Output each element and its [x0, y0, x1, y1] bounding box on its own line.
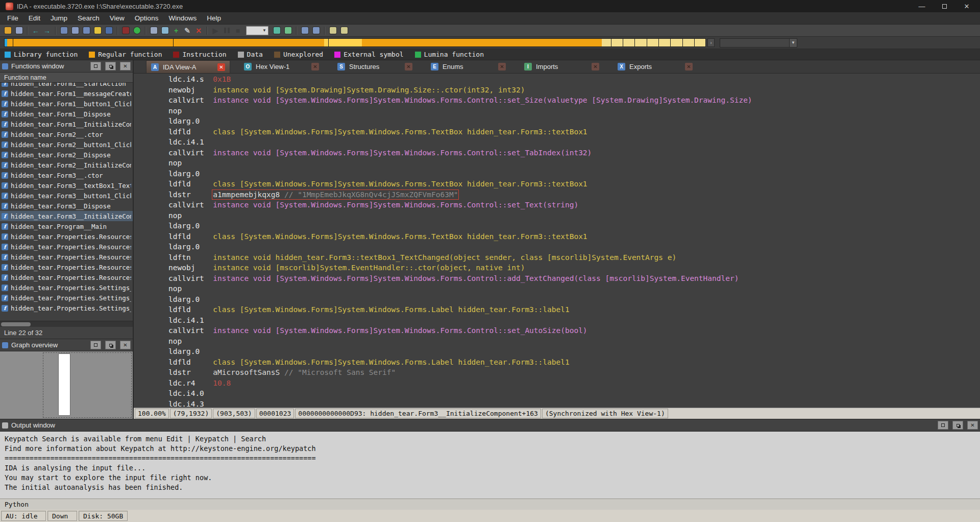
navband-scale-combo[interactable]: ▼: [720, 38, 797, 48]
restore-panel-button[interactable]: [938, 421, 948, 430]
search-icon[interactable]: [104, 26, 114, 36]
disasm-line[interactable]: ldfldclass [System.Windows.Forms]System.…: [168, 127, 980, 137]
menu-jump[interactable]: Jump: [45, 13, 72, 23]
help-icon[interactable]: [328, 26, 338, 36]
close-tab-icon[interactable]: ✕: [405, 63, 412, 70]
close-tab-icon[interactable]: ✕: [498, 63, 506, 70]
disasm-line[interactable]: ldstraMicrosoftSansS // "Microsoft Sans …: [168, 367, 980, 378]
flashlight-icon[interactable]: [92, 26, 103, 36]
disasm-line[interactable]: ldc.r410.8: [168, 378, 980, 389]
save-icon[interactable]: [14, 26, 24, 36]
function-list-item[interactable]: fhidden_tear.Form3__.ctor: [0, 170, 133, 180]
navigation-band[interactable]: [4, 38, 706, 47]
disasm-line[interactable]: ldarg.0: [168, 169, 980, 179]
menu-options[interactable]: Options: [130, 13, 164, 23]
calculator-icon[interactable]: [149, 26, 159, 36]
add-breakpoint-icon[interactable]: +: [171, 26, 181, 36]
close-tab-icon[interactable]: ✕: [592, 63, 599, 70]
step-over-icon[interactable]: [283, 26, 293, 36]
pause-process-icon[interactable]: [222, 26, 232, 36]
navband-scroll-right-button[interactable]: ›: [707, 38, 715, 47]
function-list-hscrollbar[interactable]: [0, 321, 133, 327]
function-name-column-header[interactable]: Function name: [0, 73, 133, 83]
close-tab-icon[interactable]: ✕: [311, 63, 319, 70]
float-panel-button[interactable]: [105, 62, 116, 70]
desktop-icon[interactable]: [311, 26, 321, 36]
close-panel-button[interactable]: ✕: [120, 62, 131, 70]
function-list-item[interactable]: fhidden_tear.Form1__messageCreator: [0, 88, 133, 99]
function-list-item[interactable]: fhidden_tear.Form1__startAction: [0, 83, 133, 88]
disasm-line[interactable]: callvirtinstance void [System.Windows.Fo…: [168, 95, 980, 106]
lumina-icon[interactable]: [132, 26, 142, 36]
function-list-item[interactable]: fhidden_tear.Form1__InitializeComponent: [0, 119, 133, 129]
function-list-item[interactable]: fhidden_tear.Properties.Settings__: [0, 293, 133, 303]
function-list-item[interactable]: fhidden_tear.Form2__button1_Click: [0, 139, 133, 150]
disasm-line[interactable]: ldarg.0: [168, 242, 980, 252]
function-list-item[interactable]: fhidden_tear.Form1__button1_Click: [0, 99, 133, 109]
step-into-icon[interactable]: [272, 26, 282, 36]
disasm-line[interactable]: ldstra1mmpemebjkqxg8 // "1MmpEmebJkqXG8n…: [168, 189, 980, 200]
close-button[interactable]: ✕: [955, 0, 978, 12]
python-prompt[interactable]: Python: [0, 499, 980, 510]
tab-ida-view-a[interactable]: AIDA View-A✕: [146, 60, 230, 73]
disasm-line[interactable]: nop: [168, 106, 980, 116]
function-list-item[interactable]: fhidden_tear.Form3__Dispose: [0, 201, 133, 211]
output-log[interactable]: Keypatch Search is available from menu E…: [0, 432, 980, 499]
colors-icon[interactable]: [120, 26, 131, 36]
tab-enums[interactable]: EEnums✕: [426, 60, 510, 73]
function-list-item[interactable]: fhidden_tear.Properties.Resources__: [0, 231, 133, 242]
disasm-line[interactable]: callvirtinstance void [System.Windows.Fo…: [168, 200, 980, 210]
debugger-combo[interactable]: ▼: [246, 26, 268, 35]
function-list-item[interactable]: fhidden_tear.Properties.Resources__: [0, 262, 133, 272]
function-list-item[interactable]: fhidden_tear.Form2__.ctor: [0, 129, 133, 139]
navigate-back-icon[interactable]: ←: [31, 26, 41, 36]
disasm-line[interactable]: ldc.i4.1: [168, 315, 980, 326]
disasm-line[interactable]: ldarg.0: [168, 294, 980, 305]
jump-address-icon[interactable]: [59, 26, 69, 36]
navigate-forward-icon[interactable]: →: [42, 26, 52, 36]
function-list-item[interactable]: fhidden_tear.Form1__Dispose: [0, 109, 133, 119]
hscrollbar-thumb[interactable]: [1, 322, 31, 326]
function-list-item[interactable]: fhidden_tear.Form3__button1_Click: [0, 191, 133, 201]
disasm-line[interactable]: ldc.i4.s0x1B: [168, 74, 980, 85]
start-process-icon[interactable]: ▶: [210, 26, 220, 36]
windows-list-icon[interactable]: [300, 26, 310, 36]
close-tab-icon[interactable]: ✕: [685, 63, 693, 70]
disasm-line[interactable]: nop: [168, 283, 980, 294]
float-panel-button[interactable]: [105, 341, 116, 349]
disasm-line[interactable]: ldftninstance void hidden_tear.Form3::te…: [168, 252, 980, 263]
function-list-item[interactable]: fhidden_tear.Properties.Resources__: [0, 272, 133, 282]
cancel-icon[interactable]: ✕: [193, 26, 204, 36]
restore-panel-button[interactable]: [90, 62, 101, 70]
disasm-line[interactable]: ldfldclass [System.Windows.Forms]System.…: [168, 357, 980, 368]
disasm-line[interactable]: nop: [168, 336, 980, 347]
disasm-line[interactable]: callvirtinstance void [System.Windows.Fo…: [168, 273, 980, 284]
tab-structures[interactable]: SStructures✕: [333, 60, 417, 73]
disasm-line[interactable]: newobjinstance void [mscorlib]System.Eve…: [168, 263, 980, 273]
minimize-button[interactable]: —: [911, 0, 933, 12]
disasm-line[interactable]: ldfldclass [System.Windows.Forms]System.…: [168, 179, 980, 189]
disasm-line[interactable]: ldc.i4.0: [168, 388, 980, 399]
disasm-line[interactable]: newobjinstance void [System.Drawing]Syst…: [168, 85, 980, 96]
menu-view[interactable]: View: [105, 13, 130, 23]
jump-name-icon[interactable]: [70, 26, 80, 36]
menu-edit[interactable]: Edit: [23, 13, 45, 23]
disassembly-view[interactable]: ldc.i4.s0x1Bnewobjinstance void [System.…: [134, 74, 980, 408]
maximize-button[interactable]: [933, 0, 955, 12]
close-panel-button[interactable]: ✕: [120, 341, 131, 349]
stop-process-icon[interactable]: ■: [233, 26, 243, 36]
disasm-line[interactable]: ldarg.0: [168, 221, 980, 231]
function-list-item[interactable]: fhidden_tear.Form3__textBox1_TextChanged: [0, 180, 133, 191]
disasm-line[interactable]: callvirtinstance void [System.Windows.Fo…: [168, 148, 980, 158]
menu-windows[interactable]: Windows: [163, 13, 202, 23]
function-list-item[interactable]: fhidden_tear.Form2__Dispose: [0, 150, 133, 160]
disasm-line[interactable]: ldarg.0: [168, 346, 980, 357]
disasm-line[interactable]: ldfldclass [System.Windows.Forms]System.…: [168, 304, 980, 315]
restore-panel-button[interactable]: [90, 341, 101, 349]
float-panel-button[interactable]: [952, 421, 963, 430]
tab-imports[interactable]: IImports✕: [520, 60, 604, 73]
graph-overview-canvas[interactable]: [0, 351, 133, 419]
tab-exports[interactable]: XExports✕: [613, 60, 697, 73]
about-icon[interactable]: [339, 26, 349, 36]
function-list-item[interactable]: fhidden_tear.Form2__InitializeComponent: [0, 160, 133, 170]
